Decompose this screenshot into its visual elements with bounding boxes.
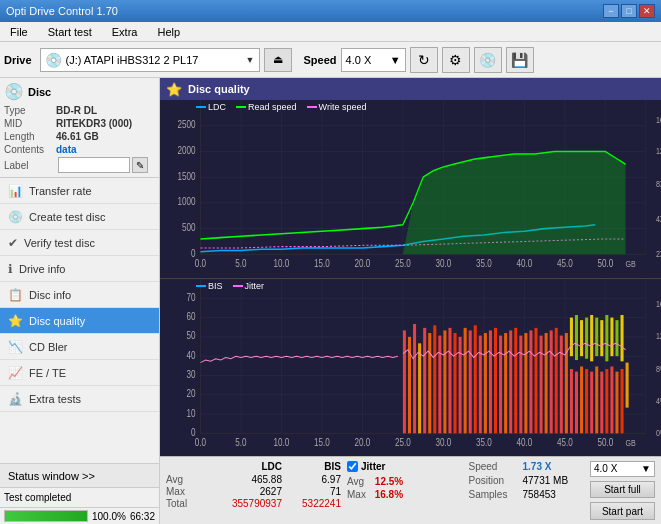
svg-rect-128 [585, 317, 588, 358]
sidebar-item-fe-te[interactable]: 📈 FE / TE [0, 360, 159, 386]
speed-position-stats: Speed 1.73 X Position 47731 MB Samples 7… [469, 461, 585, 520]
speed-arrow-icon: ▼ [390, 54, 401, 66]
max-ldc: 2627 [210, 486, 282, 497]
sidebar-item-drive-info[interactable]: ℹ Drive info [0, 256, 159, 282]
label-key: Label [4, 160, 56, 171]
sidebar-item-create-test-disc[interactable]: 💿 Create test disc [0, 204, 159, 230]
svg-text:40.0: 40.0 [516, 437, 532, 448]
settings-button[interactable]: ⚙ [442, 47, 470, 73]
svg-text:1500: 1500 [177, 171, 195, 182]
maximize-button[interactable]: □ [621, 4, 637, 18]
svg-rect-131 [590, 371, 593, 433]
progress-percent: 100.0% [92, 511, 126, 522]
svg-rect-107 [494, 327, 497, 432]
sidebar-item-verify-test-disc-label: Verify test disc [24, 237, 95, 249]
svg-rect-127 [580, 366, 583, 433]
svg-rect-137 [605, 369, 608, 433]
svg-text:2000: 2000 [177, 145, 195, 156]
create-test-disc-icon: 💿 [8, 210, 23, 224]
svg-rect-105 [484, 333, 487, 433]
eject-button[interactable]: ⏏ [264, 48, 292, 72]
titlebar: Opti Drive Control 1.70 − □ ✕ [0, 0, 661, 22]
svg-text:35.0: 35.0 [476, 258, 492, 269]
sidebar: 💿 Disc Type BD-R DL MID RITEKDR3 (000) L… [0, 78, 160, 524]
svg-rect-122 [570, 317, 573, 356]
max-bis: 71 [286, 486, 341, 497]
svg-text:5.0: 5.0 [235, 437, 246, 448]
refresh-button[interactable]: ↻ [410, 47, 438, 73]
svg-rect-120 [560, 335, 563, 433]
disc-button[interactable]: 💿 [474, 47, 502, 73]
progress-time: 66:32 [130, 511, 155, 522]
extra-tests-icon: 🔬 [8, 392, 23, 406]
svg-rect-124 [575, 315, 578, 360]
menu-help[interactable]: Help [151, 24, 186, 40]
contents-key: Contents [4, 144, 56, 155]
menu-extra[interactable]: Extra [106, 24, 144, 40]
jitter-header: Jitter [361, 461, 385, 472]
status-window-button[interactable]: Status window >> [0, 463, 159, 487]
sidebar-item-drive-info-label: Drive info [19, 263, 65, 275]
svg-rect-114 [529, 330, 532, 433]
legend-jitter-item: Jitter [233, 281, 265, 291]
svg-text:40.0: 40.0 [516, 258, 532, 269]
chart2-svg: 0 10 20 30 40 50 60 70 0% 4% 8% 12% 16% … [160, 279, 661, 457]
start-full-button[interactable]: Start full [590, 481, 655, 499]
sidebar-item-extra-tests[interactable]: 🔬 Extra tests [0, 386, 159, 412]
svg-text:60: 60 [186, 311, 195, 322]
sidebar-item-verify-test-disc[interactable]: ✔ Verify test disc [0, 230, 159, 256]
disc-quality-header: ⭐ Disc quality [160, 78, 661, 100]
svg-text:8X: 8X [656, 180, 661, 190]
drive-selector[interactable]: 💿 (J:) ATAPI iHBS312 2 PL17 ▼ [40, 48, 260, 72]
jitter-avg-val: 12.5% [375, 476, 403, 487]
progress-fill [5, 511, 87, 521]
svg-text:15.0: 15.0 [314, 258, 330, 269]
length-val: 46.61 GB [56, 131, 99, 142]
window-controls: − □ ✕ [603, 4, 655, 18]
label-edit-button[interactable]: ✎ [132, 157, 148, 173]
minimize-button[interactable]: − [603, 4, 619, 18]
close-button[interactable]: ✕ [639, 4, 655, 18]
svg-rect-144 [626, 362, 629, 407]
svg-text:GB: GB [626, 259, 636, 269]
sidebar-item-disc-quality[interactable]: ⭐ Disc quality [0, 308, 159, 334]
svg-text:1000: 1000 [177, 197, 195, 208]
start-part-button[interactable]: Start part [590, 502, 655, 520]
svg-rect-89 [403, 330, 406, 433]
svg-text:10.0: 10.0 [274, 258, 290, 269]
sidebar-item-cd-bler[interactable]: 📉 CD Bler [0, 334, 159, 360]
svg-rect-106 [489, 330, 492, 433]
label-input[interactable] [58, 157, 130, 173]
controls-section: 4.0 X ▼ Start full Start part [590, 461, 655, 520]
verify-test-disc-icon: ✔ [8, 236, 18, 250]
speed-selector[interactable]: 4.0 X ▼ [341, 48, 406, 72]
jitter-checkbox[interactable] [347, 461, 358, 472]
svg-rect-104 [479, 335, 482, 433]
save-button[interactable]: 💾 [506, 47, 534, 73]
disc-panel-icon: 💿 [4, 82, 24, 101]
svg-rect-139 [610, 366, 613, 433]
menu-file[interactable]: File [4, 24, 34, 40]
svg-rect-103 [474, 325, 477, 433]
svg-text:20: 20 [186, 388, 195, 399]
svg-rect-109 [504, 333, 507, 433]
speed-dropdown[interactable]: 4.0 X ▼ [590, 461, 655, 477]
speed-stat-val: 1.73 X [523, 461, 552, 472]
sidebar-item-cd-bler-label: CD Bler [29, 341, 68, 353]
avg-ldc: 465.88 [210, 474, 282, 485]
content-area: ⭐ Disc quality LDC Read speed Write spee… [160, 78, 661, 524]
svg-text:45.0: 45.0 [557, 258, 573, 269]
menu-starttest[interactable]: Start test [42, 24, 98, 40]
svg-rect-135 [600, 371, 603, 433]
svg-text:4X: 4X [656, 214, 661, 224]
sidebar-item-transfer-rate[interactable]: 📊 Transfer rate [0, 178, 159, 204]
speed-stat-label: Speed [469, 461, 519, 472]
drive-icon: 💿 [45, 52, 62, 68]
chart2-legend: BIS Jitter [196, 281, 264, 291]
legend-writespeed: Write speed [319, 102, 367, 112]
sidebar-item-disc-info[interactable]: 📋 Disc info [0, 282, 159, 308]
legend-bis: BIS [208, 281, 223, 291]
svg-rect-134 [600, 320, 603, 356]
svg-rect-110 [509, 330, 512, 433]
svg-text:35.0: 35.0 [476, 437, 492, 448]
